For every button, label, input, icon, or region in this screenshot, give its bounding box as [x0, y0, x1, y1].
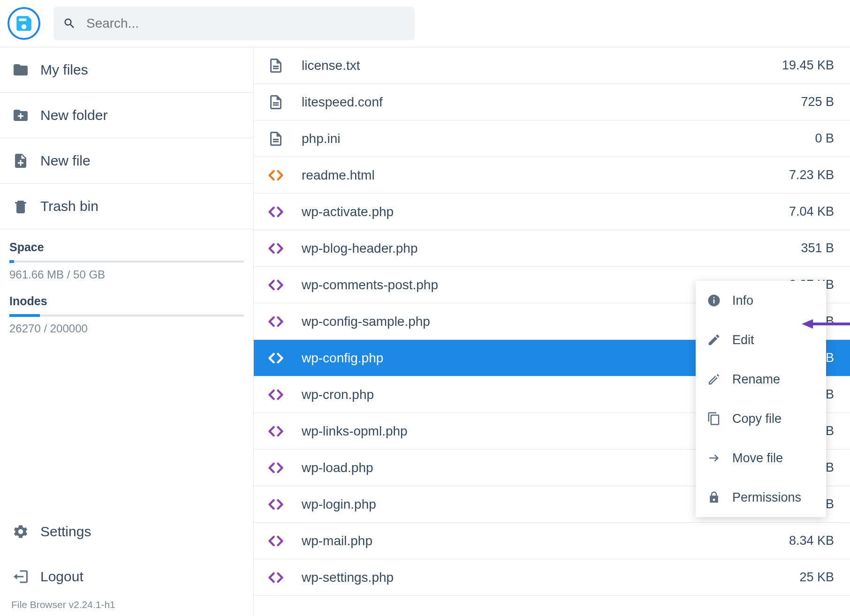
edit-icon — [707, 333, 721, 347]
sidebar-item-trash[interactable]: Trash bin — [0, 184, 253, 229]
file-size: 7.04 KB — [789, 204, 834, 219]
menu-item-edit[interactable]: Edit — [696, 320, 826, 360]
gear-icon — [12, 523, 29, 540]
code-icon — [267, 532, 285, 550]
header — [0, 0, 850, 47]
code-icon — [267, 313, 285, 331]
rename-icon — [707, 372, 721, 386]
space-bar — [9, 261, 244, 263]
context-menu: InfoEditRenameCopy fileMove filePermissi… — [696, 281, 826, 517]
version-text: File Browser v2.24.1-h1 — [0, 599, 253, 610]
copy-icon — [707, 412, 721, 426]
file-row[interactable]: readme.html7.23 KB — [254, 157, 850, 194]
file-row[interactable]: wp-settings.php25 KB — [254, 559, 850, 596]
menu-item-label: Edit — [732, 333, 754, 347]
lock-icon — [707, 490, 721, 504]
file-name: wp-activate.php — [302, 204, 789, 219]
code-icon — [267, 569, 285, 586]
menu-item-move[interactable]: Move file — [696, 438, 826, 478]
file-size: 19.45 KB — [782, 58, 834, 73]
sidebar: My files New folder New file Trash bin S… — [0, 47, 253, 616]
menu-item-label: Copy file — [732, 412, 782, 426]
search-icon — [63, 16, 76, 30]
file-size: 725 B — [801, 95, 834, 109]
file-size: 0 B — [815, 131, 834, 146]
menu-item-copy[interactable]: Copy file — [696, 399, 826, 438]
info-icon — [707, 293, 721, 308]
code-icon — [267, 203, 285, 221]
file-size: 7.23 KB — [789, 168, 834, 182]
file-name: wp-mail.php — [302, 533, 789, 548]
file-size: 351 B — [801, 241, 834, 255]
folder-icon — [12, 61, 29, 78]
code-icon — [267, 166, 285, 184]
code-icon — [267, 459, 285, 477]
sidebar-item-logout[interactable]: Logout — [0, 554, 253, 599]
file-size: 25 KB — [799, 570, 834, 585]
sidebar-item-label: Logout — [40, 569, 83, 585]
sidebar-stats: Space 961.66 MB / 50 GB Inodes 26270 / 2… — [0, 229, 253, 348]
menu-item-lock[interactable]: Permissions — [696, 478, 826, 517]
save-icon — [14, 14, 34, 33]
file-row[interactable]: litespeed.conf725 B — [254, 84, 850, 120]
document-icon — [267, 57, 285, 75]
file-name: wp-settings.php — [302, 570, 799, 585]
search-input[interactable] — [86, 16, 405, 31]
code-icon — [267, 240, 285, 257]
inodes-label: Inodes — [9, 294, 244, 308]
inodes-value: 26270 / 200000 — [9, 322, 244, 335]
sidebar-item-myfiles[interactable]: My files — [0, 47, 253, 93]
app-logo[interactable] — [8, 7, 40, 40]
space-value: 961.66 MB / 50 GB — [9, 268, 244, 281]
file-name: wp-blog-header.php — [302, 241, 801, 256]
code-icon — [267, 496, 285, 513]
document-icon — [267, 93, 285, 111]
code-icon — [267, 276, 285, 294]
file-name: litespeed.conf — [302, 95, 801, 110]
sidebar-item-settings[interactable]: Settings — [0, 509, 253, 554]
inodes-bar — [9, 315, 244, 316]
document-icon — [267, 130, 285, 148]
file-row[interactable]: wp-activate.php7.04 KB — [254, 194, 850, 230]
search-bar[interactable] — [53, 7, 415, 40]
sidebar-item-label: My files — [40, 62, 88, 78]
folder-plus-icon — [12, 107, 29, 124]
sidebar-item-newfile[interactable]: New file — [0, 138, 253, 184]
menu-item-label: Info — [732, 293, 753, 308]
code-icon — [267, 422, 285, 440]
move-icon — [707, 451, 721, 465]
menu-item-label: Rename — [732, 372, 780, 387]
sidebar-item-label: Trash bin — [40, 198, 99, 214]
menu-item-label: Permissions — [732, 490, 801, 505]
sidebar-item-label: New folder — [40, 107, 107, 123]
file-size: 8.34 KB — [789, 533, 834, 548]
file-plus-icon — [12, 152, 29, 169]
file-name: readme.html — [302, 168, 789, 183]
sidebar-item-label: New file — [40, 153, 91, 169]
file-row[interactable]: wp-mail.php8.34 KB — [254, 523, 850, 559]
sidebar-item-newfolder[interactable]: New folder — [0, 93, 253, 138]
code-icon — [267, 349, 285, 367]
menu-item-info[interactable]: Info — [696, 281, 826, 320]
file-name: php.ini — [302, 131, 815, 146]
menu-item-rename[interactable]: Rename — [696, 360, 826, 399]
space-label: Space — [9, 240, 244, 254]
file-row[interactable]: license.txt19.45 KB — [254, 47, 850, 84]
menu-item-label: Move file — [732, 451, 783, 466]
file-list: license.txt19.45 KBlitespeed.conf725 Bph… — [253, 47, 850, 616]
file-name: license.txt — [302, 58, 782, 73]
file-row[interactable]: php.ini0 B — [254, 120, 850, 157]
logout-icon — [12, 568, 29, 585]
trash-icon — [12, 198, 29, 215]
file-row[interactable]: wp-blog-header.php351 B — [254, 230, 850, 267]
code-icon — [267, 386, 285, 404]
sidebar-item-label: Settings — [40, 524, 91, 540]
